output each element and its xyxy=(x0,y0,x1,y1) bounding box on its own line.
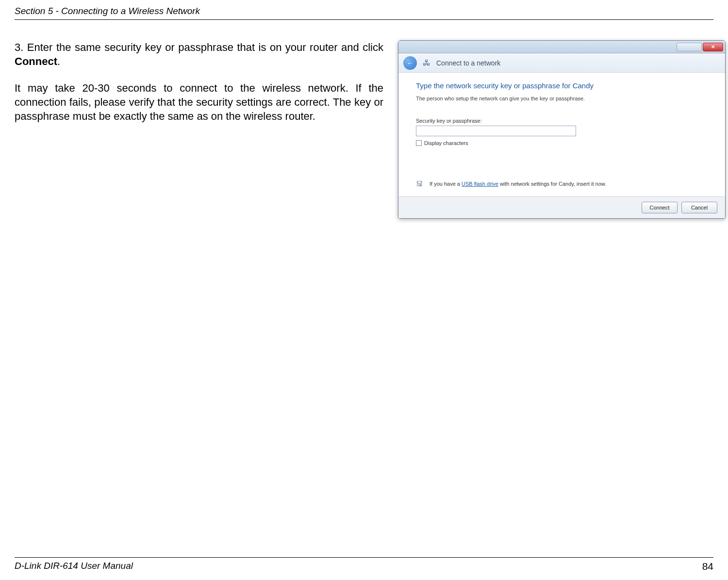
cancel-button[interactable]: Cancel xyxy=(681,202,717,213)
display-characters-checkbox[interactable] xyxy=(416,140,422,146)
usb-flash-drive-link[interactable]: USB flash drive xyxy=(462,181,498,187)
nav-title: Connect to a network xyxy=(436,59,500,67)
dialog-title: Type the network security key or passphr… xyxy=(416,81,708,90)
instruction-column: 3. Enter the same security key or passph… xyxy=(15,40,383,219)
step-text: Enter the same security key or passphras… xyxy=(27,41,383,53)
window-close-button[interactable]: ✕ xyxy=(703,43,723,51)
paragraph: It may take 20-30 seconds to connect to … xyxy=(15,81,383,123)
arrow-left-icon: ← xyxy=(407,59,414,67)
cancel-label: Cancel xyxy=(691,205,708,210)
usb-after: with network settings for Candy, insert … xyxy=(498,181,606,187)
step-after: . xyxy=(57,55,60,67)
footer-manual: D-Link DIR-614 User Manual xyxy=(15,561,133,572)
security-key-input[interactable] xyxy=(416,126,576,136)
window-titlebar: ✕ xyxy=(398,41,725,53)
window-minmax-icon[interactable] xyxy=(677,43,702,51)
checkbox-label: Display characters xyxy=(424,140,468,146)
main-content: 3. Enter the same security key or passph… xyxy=(15,40,713,219)
display-characters-row: Display characters xyxy=(416,140,708,146)
section-header: Section 5 - Connecting to a Wireless Net… xyxy=(15,6,713,20)
page-footer: D-Link DIR-614 User Manual 84 xyxy=(15,557,713,572)
step-3: 3. Enter the same security key or passph… xyxy=(15,40,383,68)
connect-label: Connect xyxy=(650,205,670,210)
usb-icon: 🖫 xyxy=(416,180,423,188)
section-title: Section 5 - Connecting to a Wireless Net… xyxy=(15,6,200,16)
screenshot-column: ✕ ← 🖧 Connect to a network Type the netw… xyxy=(398,40,726,219)
connect-button[interactable]: Connect xyxy=(642,202,678,213)
dialog-footer: Connect Cancel xyxy=(398,196,725,218)
window-minmax-group xyxy=(677,43,702,51)
usb-hint-text: If you have a USB flash drive with netwo… xyxy=(430,181,606,187)
dialog-body: Type the network security key or passphr… xyxy=(398,73,725,196)
usb-hint-row: 🖫 If you have a USB flash drive with net… xyxy=(416,180,708,188)
page-number: 84 xyxy=(702,561,713,572)
step-number: 3. xyxy=(15,41,23,53)
usb-before: If you have a xyxy=(430,181,462,187)
windows-dialog: ✕ ← 🖧 Connect to a network Type the netw… xyxy=(398,40,726,219)
input-label: Security key or passphrase: xyxy=(416,118,708,124)
window-nav-bar: ← 🖧 Connect to a network xyxy=(398,53,725,73)
network-icon: 🖧 xyxy=(422,58,431,68)
back-button[interactable]: ← xyxy=(403,56,417,70)
close-icon: ✕ xyxy=(711,44,715,49)
step-bold: Connect xyxy=(15,55,57,67)
dialog-subtitle: The person who setup the network can giv… xyxy=(416,96,708,101)
